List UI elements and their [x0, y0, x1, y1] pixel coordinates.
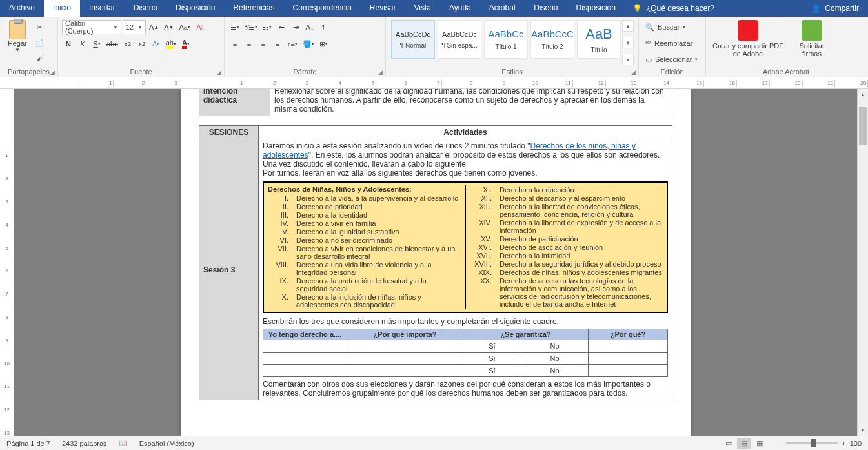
find-button[interactable]: 🔍Buscar▾ [643, 20, 701, 34]
ruler-mark: 1 [5, 136, 8, 159]
change-case-button[interactable]: Aa▾ [177, 20, 192, 34]
zoom-out-button[interactable]: − [778, 440, 782, 447]
scroll-track[interactable] [858, 100, 868, 425]
shrink-font-button[interactable]: A▼ [162, 20, 176, 34]
style-tile-normal[interactable]: AaBbCcDc¶ Normal [391, 20, 435, 59]
clear-format-button[interactable]: A⃫ [194, 20, 207, 34]
web-layout-button[interactable]: ▦ [752, 438, 767, 449]
zoom-slider[interactable] [786, 442, 838, 444]
style-tile-ttulo2[interactable]: AaBbCcCTítulo 2 [530, 20, 574, 59]
actividades-cell[interactable]: Daremos inicio a esta sesión analizando … [259, 139, 672, 400]
menu-design[interactable]: Diseño [125, 0, 167, 17]
clipboard-launcher[interactable]: ◢ [50, 69, 55, 76]
multilevel-button[interactable]: ☷▾ [261, 20, 274, 34]
menu-layout[interactable]: Disposición [167, 0, 224, 17]
strike-button[interactable]: abc [105, 37, 120, 51]
page-indicator[interactable]: Página 1 de 7 [6, 440, 50, 447]
superscript-button[interactable]: x2 [136, 37, 148, 51]
bold-button[interactable]: N [62, 37, 75, 51]
align-center-button[interactable]: ≡ [243, 37, 256, 51]
horizontal-ruler[interactable]: 1231234567891011121314151617181920 [0, 77, 868, 89]
sort-button[interactable]: A↓ [303, 20, 316, 34]
chevron-down-icon: ▼ [113, 25, 118, 30]
menu-home[interactable]: Inicio [44, 0, 80, 17]
copy-button[interactable]: 📄 [34, 37, 45, 48]
replace-button[interactable]: ᵃᵇReemplazar [643, 36, 701, 50]
style-tile-ttulo[interactable]: AaBTítulo [577, 20, 621, 59]
menu-insert[interactable]: Insertar [80, 0, 125, 17]
indent-increase-button[interactable]: ⇥ [289, 20, 302, 34]
word-count[interactable]: 2432 palabras [62, 440, 107, 447]
menu-layout2[interactable]: Disposición [567, 0, 625, 17]
menu-view[interactable]: Vista [405, 0, 440, 17]
styles-scroll-button[interactable]: ▾ [622, 54, 634, 65]
document-area[interactable]: Intención didáctica Reflexionar sobre el… [14, 89, 857, 436]
menu-file[interactable]: Archivo [0, 0, 44, 17]
request-sign-button[interactable]: Solicitar firmas [792, 20, 831, 57]
style-tile-ttulo1[interactable]: AaBbCcTítulo 1 [484, 20, 528, 59]
read-mode-button[interactable]: ▭ [722, 438, 736, 449]
menu-help[interactable]: Ayuda [440, 0, 480, 17]
menu-mailings[interactable]: Correspondencia [283, 0, 360, 17]
cut-button[interactable]: ✂ [34, 21, 45, 33]
bullets-button[interactable]: ☰▾ [228, 20, 241, 34]
menu-acrobat[interactable]: Acrobat [480, 0, 525, 17]
zoom-thumb[interactable] [811, 439, 816, 447]
ribbon-group-clipboard: Pegar ▼ ✂ 📄 🖌 Portapapeles◢ [0, 17, 58, 77]
styles-scroll-button[interactable]: ▲ [622, 20, 634, 32]
text-effects-button[interactable]: A▾ [150, 37, 163, 51]
menu-design2[interactable]: Diseño [525, 0, 567, 17]
subtbl-h2: ¿Por qué importa? [347, 329, 463, 340]
subscript-button[interactable]: x2 [121, 37, 134, 51]
ruler-mark: 10 [507, 80, 540, 87]
font-size-dropdown[interactable]: 12▼ [123, 20, 146, 34]
font-launcher[interactable]: ◢ [217, 69, 221, 76]
style-tile-sinespa[interactable]: AaBbCcDc¶ Sin espa... [438, 20, 481, 59]
borders-button[interactable]: ⊞▾ [318, 37, 330, 51]
align-left-button[interactable]: ≡ [228, 37, 241, 51]
print-layout-button[interactable]: ▤ [737, 438, 751, 449]
justify-button[interactable]: ≡ [271, 37, 284, 51]
styles-launcher[interactable]: ◢ [631, 69, 636, 76]
paragraph-launcher[interactable]: ◢ [378, 69, 383, 76]
grow-font-button[interactable]: A▲ [147, 20, 161, 34]
language-indicator[interactable]: Español (México) [139, 440, 194, 447]
ruler-mark: 1 [212, 80, 245, 87]
scroll-down-button[interactable]: ▼ [858, 425, 868, 436]
shading-button[interactable]: 🪣▾ [301, 37, 316, 51]
ribbon-group-adobe: Crear y compartir PDF de Adobe Solicitar… [706, 17, 866, 77]
sign-icon [802, 20, 822, 41]
zoom-value[interactable]: 100 [850, 440, 862, 447]
indent-decrease-button[interactable]: ⇤ [275, 20, 288, 34]
ribbon-group-font: Calibri (Cuerpo)▼ 12▼ A▲ A▼ Aa▾ A⃫ N K S… [58, 17, 225, 77]
select-button[interactable]: ▭Seleccionar▾ [643, 52, 701, 66]
numbering-button[interactable]: ⅟☰▾ [243, 20, 259, 34]
highlight-button[interactable]: ab▾ [164, 37, 178, 51]
font-name-dropdown[interactable]: Calibri (Cuerpo)▼ [62, 20, 121, 34]
spell-check-icon[interactable]: 📖 [119, 439, 128, 447]
scroll-thumb[interactable] [859, 107, 867, 145]
align-right-button[interactable]: ≡ [257, 37, 270, 51]
share-button[interactable]: 👤 Compartir [802, 0, 868, 17]
scroll-up-button[interactable]: ▲ [858, 89, 868, 100]
rights-box: Derechos de Niñas, Niños y Adolescentes:… [263, 181, 668, 313]
page[interactable]: Intención didáctica Reflexionar sobre el… [181, 89, 691, 436]
menu-review[interactable]: Revisar [361, 0, 405, 17]
font-color-button[interactable]: A▾ [179, 37, 192, 51]
format-painter-button[interactable]: 🖌 [34, 52, 45, 64]
vertical-scrollbar[interactable]: ▲ ▼ [857, 89, 868, 436]
vertical-ruler[interactable]: 12345678910111213 [0, 89, 14, 436]
tell-me-search[interactable]: 💡 ¿Qué desea hacer? [625, 0, 722, 17]
styles-scroll-button[interactable]: ▼ [622, 37, 634, 48]
show-marks-button[interactable]: ¶ [318, 20, 330, 34]
ruler-mark: 5 [343, 80, 376, 87]
menu-references[interactable]: Referencias [224, 0, 283, 17]
italic-button[interactable]: K [76, 37, 89, 51]
create-pdf-button[interactable]: Crear y compartir PDF de Adobe [710, 20, 786, 57]
line-spacing-button[interactable]: ↕≡▾ [285, 37, 299, 51]
underline-button[interactable]: S▾ [90, 37, 103, 51]
paste-button[interactable]: Pegar ▼ [4, 19, 31, 53]
find-label: Buscar [658, 23, 680, 31]
zoom-in-button[interactable]: + [842, 440, 845, 447]
replace-label: Reemplazar [654, 39, 692, 47]
